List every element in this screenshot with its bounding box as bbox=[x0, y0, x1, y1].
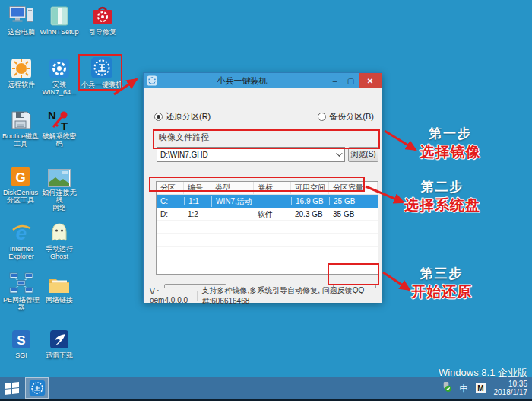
svg-text:G: G bbox=[15, 170, 25, 185]
radio-backup-label: 备份分区(B) bbox=[329, 111, 374, 123]
desktop-icon-label: 小兵一键装机 bbox=[81, 81, 122, 88]
close-button[interactable]: ✕ bbox=[359, 73, 382, 88]
image-path-combobox[interactable]: D:\WIN7.GHD bbox=[157, 147, 345, 162]
windows-logo-icon bbox=[5, 382, 19, 395]
system-tray: 中 M 10:35 2018/1/17 bbox=[441, 380, 532, 396]
desktop-icon-crack-password[interactable]: NT 破解系统密码 bbox=[40, 107, 79, 148]
desktop-icon-xiaobing[interactable]: 小兵一键装机 bbox=[80, 55, 124, 88]
xiaobing-app-icon bbox=[90, 55, 113, 79]
desktop-icon-pe-network[interactable]: PE网络管理器 bbox=[0, 270, 43, 311]
step-label: 第三步 bbox=[399, 265, 484, 282]
step-action: 开始还原 bbox=[399, 282, 484, 302]
image-path-value: D:\WIN7.GHD bbox=[157, 151, 332, 159]
clock-time: 10:35 bbox=[494, 380, 528, 388]
radio-backup-partition[interactable]: 备份分区(B) bbox=[318, 111, 374, 123]
radio-unselected-icon bbox=[318, 113, 326, 121]
cell: D: bbox=[157, 210, 184, 218]
radio-restore-partition[interactable]: 还原分区(R) bbox=[154, 111, 211, 123]
computer-icon bbox=[9, 2, 33, 27]
remote-sun-icon bbox=[11, 55, 32, 79]
col-header: 卷标 bbox=[254, 182, 291, 194]
dialog-body: 还原分区(R) 备份分区(B) 映像文件路径 D:\WIN7.GHD 浏览(S)… bbox=[144, 88, 382, 303]
taskbar-app-xiaobing[interactable] bbox=[25, 377, 49, 399]
safely-remove-icon[interactable] bbox=[441, 381, 452, 396]
taskbar-clock[interactable]: 10:35 2018/1/17 bbox=[494, 380, 528, 396]
desktop-icon-label: 安装 WIN7_64... bbox=[42, 81, 76, 96]
desktop-icon-ghost[interactable]: 手动运行 Ghost bbox=[40, 219, 79, 260]
cell: 20.3 GB bbox=[291, 210, 329, 218]
desktop-icon-label: PE网络管理器 bbox=[0, 296, 43, 311]
start-button[interactable] bbox=[0, 377, 23, 399]
desktop-icon-thunder[interactable]: 迅雷下载 bbox=[40, 326, 79, 359]
cell: 25 GB bbox=[329, 197, 378, 205]
folder-icon bbox=[48, 270, 71, 294]
desktop-icon-diskgenius[interactable]: G DiskGenius 分区工具 bbox=[0, 163, 41, 204]
radio-selected-icon bbox=[154, 113, 163, 121]
toolbox-icon bbox=[91, 2, 114, 27]
radio-restore-label: 还原分区(R) bbox=[166, 111, 211, 123]
desktop-icon-label: 远程软件 bbox=[8, 81, 35, 88]
statusbar-divider bbox=[197, 291, 198, 301]
desktop-icon-network-link[interactable]: 网络链接 bbox=[40, 270, 79, 304]
dialog-statusbar: V : oem4.0.0.0 支持多种镜像,多系统引导自动修复, 问题反馈QQ群… bbox=[144, 288, 382, 303]
desktop-icon-label: 网络链接 bbox=[46, 296, 73, 304]
col-header: 类型 bbox=[211, 182, 254, 194]
col-header: 编号 bbox=[184, 182, 211, 194]
desktop-icon-label: 迅雷下载 bbox=[46, 352, 73, 359]
desktop-icon-bootice[interactable]: Bootice磁盘 工具 bbox=[0, 107, 41, 148]
desktop-icon-internet-explorer[interactable]: e Internet Explorer bbox=[2, 219, 41, 260]
step-action: 选择系统盘 bbox=[397, 196, 488, 215]
chevron-down-icon[interactable] bbox=[332, 148, 344, 161]
desktop-icon-label: Internet Explorer bbox=[8, 245, 34, 260]
svg-text:N: N bbox=[48, 110, 56, 122]
table-row-d-drive[interactable]: D: 1:2 软件 20.3 GB 35 GB bbox=[157, 208, 378, 221]
package-icon bbox=[49, 2, 70, 27]
desktop-icon-label: 如何连接无线 网络 bbox=[40, 189, 79, 212]
cell: 软件 bbox=[254, 209, 291, 220]
desktop-icon-label: WinNTSetup bbox=[40, 28, 78, 36]
browse-button[interactable]: 浏览(S) bbox=[348, 147, 378, 162]
desktop-icon-wireless-help[interactable]: 如何连接无线 网络 bbox=[40, 163, 79, 212]
table-row-c-drive[interactable]: C: 1:1 WIN7,活动 16.9 GB 25 GB bbox=[157, 195, 378, 208]
xiaobing-app-icon bbox=[147, 75, 157, 86]
ime-indicator[interactable]: M bbox=[476, 383, 486, 393]
minimize-button[interactable]: – bbox=[327, 73, 343, 88]
desktop-icon-label: DiskGenius 分区工具 bbox=[3, 189, 38, 204]
svg-text:T: T bbox=[61, 119, 68, 131]
floppy-icon bbox=[9, 107, 32, 131]
desktop-icon-boot-repair[interactable]: 引导修复 bbox=[82, 2, 123, 36]
diskgenius-icon: G bbox=[10, 163, 31, 187]
ghost-icon bbox=[49, 219, 69, 243]
col-header: 分区 bbox=[157, 182, 184, 194]
desktop-icon-this-pc[interactable]: 这台电脑 bbox=[2, 2, 41, 36]
image-path-label: 映像文件路径 bbox=[159, 132, 209, 143]
desktop-icon-sgi[interactable]: S SGI bbox=[2, 326, 41, 359]
desktop-icon-label: SGI bbox=[15, 352, 27, 359]
annotation-step-2: 第二步 选择系统盘 bbox=[397, 178, 488, 215]
sgi-icon: S bbox=[11, 326, 32, 350]
table-header-row[interactable]: 分区 编号 类型 卷标 可用空间 分区容量 bbox=[157, 182, 378, 195]
dialog-titlebar[interactable]: 小兵一键装机 – ▢ ✕ bbox=[144, 73, 382, 88]
desktop: { "desktop": { "background_color": "#279… bbox=[0, 0, 532, 401]
nt-key-icon: NT bbox=[47, 107, 71, 131]
desktop-icon-label: 手动运行 Ghost bbox=[46, 245, 73, 260]
step-label: 第一步 bbox=[407, 125, 494, 142]
desktop-icon-install-win7[interactable]: 安装 WIN7_64... bbox=[40, 55, 79, 96]
picture-icon bbox=[48, 163, 71, 187]
desktop-icon-label: 这台电脑 bbox=[8, 28, 35, 36]
desktop-icon-label: 破解系统密码 bbox=[40, 132, 79, 148]
cell: 16.9 GB bbox=[291, 197, 329, 205]
svg-text:S: S bbox=[17, 333, 25, 348]
desktop-icon-winntsetup[interactable]: WinNTSetup bbox=[40, 2, 79, 36]
annotation-step-3: 第三步 开始还原 bbox=[399, 265, 484, 302]
step-action: 选择镜像 bbox=[407, 142, 494, 162]
clock-date: 2018/1/17 bbox=[494, 388, 528, 396]
maximize-button[interactable]: ▢ bbox=[343, 73, 359, 88]
desktop-icon-remote-software[interactable]: 远程软件 bbox=[2, 55, 41, 88]
desktop-icon-label: Bootice磁盘 工具 bbox=[2, 132, 39, 148]
annotation-step-1: 第一步 选择镜像 bbox=[407, 125, 494, 162]
language-indicator[interactable]: 中 bbox=[460, 383, 468, 394]
taskbar: 中 M 10:35 2018/1/17 bbox=[0, 377, 532, 401]
cell: 35 GB bbox=[329, 210, 378, 218]
cell: 1:2 bbox=[184, 210, 211, 218]
